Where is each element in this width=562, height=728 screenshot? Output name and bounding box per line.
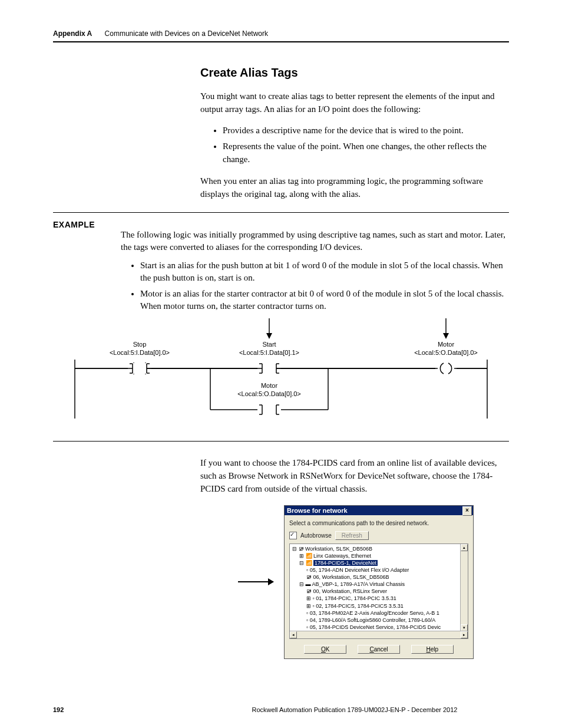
tree-item[interactable]: ⊞ ▫ 02, 1784-PCICS, 1784-PCICS 3.5.31 — [292, 602, 465, 610]
para-pcids: If you want to choose the 1784-PCIDS car… — [200, 457, 509, 495]
vertical-scrollbar[interactable]: ▴ ▾ — [460, 544, 468, 631]
svg-rect-32 — [435, 362, 457, 375]
dialog-row: Browse for network × Select a communicat… — [53, 505, 474, 659]
help-button[interactable]: Help — [411, 645, 454, 654]
example-label: EXAMPLE — [53, 220, 95, 229]
page: Appendix A Communicate with Devices on a… — [0, 0, 562, 728]
stop-label: Stop — [133, 341, 147, 348]
ok-button[interactable]: OK — [304, 645, 346, 654]
arrow-right-icon — [238, 581, 273, 582]
dialog-title-text: Browse for network — [287, 507, 348, 514]
scroll-left-icon[interactable]: ◂ — [290, 631, 297, 638]
example-block: EXAMPLE The following logic was initiall… — [53, 212, 509, 442]
dialog-instruction: Select a communications path to the desi… — [289, 520, 468, 526]
autobrowse-checkbox[interactable] — [289, 532, 297, 539]
tree-item[interactable]: ⊞ 📶 Linx Gateways, Ethernet — [292, 552, 465, 559]
browse-dialog: Browse for network × Select a communicat… — [284, 505, 474, 659]
dialog-titlebar[interactable]: Browse for network × — [285, 506, 473, 515]
dialog-close-button[interactable]: × — [462, 506, 472, 516]
scroll-right-icon[interactable]: ▸ — [461, 631, 468, 638]
svg-marker-1 — [266, 333, 272, 339]
ladder-diagram: Stop <Local:5:I.Data[0].0> Start <Local:… — [63, 318, 499, 430]
refresh-button[interactable]: Refresh — [335, 531, 369, 540]
tree-item-selected[interactable]: ⊟ 📶 1784-PCIDS-1, DeviceNet — [292, 559, 465, 566]
start-label: Start — [262, 341, 276, 348]
start-tag: <Local:5:I.Data[0].1> — [239, 349, 299, 356]
tree-item[interactable]: ▫ 08, 1789-L60/A Softlogix5860 Controlle… — [292, 638, 465, 638]
tree-item[interactable]: ▫ 04, 1789-L60/A SoftLogix5860 Controlle… — [292, 617, 465, 624]
tree-item[interactable]: ⊟ 🖳 Workstation, SLSK_DB506B — [292, 545, 465, 552]
tree-item[interactable]: ▫ 05, 1794-ADN DeviceNet Flex I/O Adapte… — [292, 566, 465, 574]
example-list: Start is an alias for the push button at… — [130, 259, 509, 312]
publication-info: Rockwell Automation Publication 1789-UM0… — [200, 706, 509, 713]
list-item: Represents the value of the point. When … — [223, 140, 509, 166]
horizontal-scrollbar[interactable]: ◂ ▸ — [290, 631, 468, 638]
para-intro: You might want to create alias tags to b… — [200, 90, 509, 116]
svg-marker-3 — [443, 333, 449, 339]
cancel-button[interactable]: Cancel — [358, 645, 400, 654]
tree-item[interactable]: 🖳 00, Workstation, RSLinx Server — [292, 588, 465, 595]
motor-branch-label: Motor — [261, 382, 277, 389]
tree-item[interactable]: ▫ 05, 1784-PCIDS DeviceNet Service, 1784… — [292, 624, 465, 631]
motor-branch-tag: <Local:5:O.Data[0].0> — [237, 390, 301, 397]
para-alias-logic: When you enter an alias tag into program… — [200, 175, 509, 201]
motor-out-tag: <Local:5:O.Data[0].0> — [414, 349, 478, 356]
svg-rect-39 — [257, 404, 281, 415]
appendix-label: Appendix A — [53, 29, 92, 38]
intro-list: Provides a descriptive name for the devi… — [212, 124, 509, 166]
tree-item[interactable]: ⊟ ▬ AB_VBP-1, 1789-A17/A Virtual Chassis — [292, 581, 465, 588]
example-intro: The following logic was initially progra… — [121, 229, 509, 253]
autobrowse-label: Autobrowse — [300, 532, 332, 539]
page-footer: 192 Rockwell Automation Publication 1789… — [53, 706, 509, 713]
dialog-body: Select a communications path to the desi… — [285, 515, 473, 658]
tree-item[interactable]: 🖳 06, Workstation, SLSK_DB506B — [292, 574, 465, 581]
list-item: Start is an alias for the push button at… — [140, 259, 509, 284]
stop-tag: <Local:5:I.Data[0].0> — [110, 349, 170, 356]
running-title: Communicate with Devices on a DeviceNet … — [105, 29, 268, 38]
tree-item[interactable]: ⊞ ▫ 01, 1784-PCIC, 1784-PCIC 3.5.31 — [292, 595, 465, 602]
page-number: 192 — [53, 706, 200, 713]
list-item: Provides a descriptive name for the devi… — [223, 124, 509, 137]
running-head: Appendix A Communicate with Devices on a… — [53, 29, 509, 41]
header-rule — [53, 41, 509, 42]
tree-item[interactable]: ▫ 03, 1784-PM02AE 2-Axis Analog/Encoder … — [292, 610, 465, 617]
scroll-up-icon[interactable]: ▴ — [461, 544, 468, 551]
list-item: Motor is an alias for the starter contra… — [140, 288, 509, 312]
network-tree[interactable]: ⊟ 🖳 Workstation, SLSK_DB506B ⊞ 📶 Linx Ga… — [289, 543, 468, 639]
motor-out-label: Motor — [438, 341, 454, 348]
section-title: Create Alias Tags — [200, 66, 509, 80]
